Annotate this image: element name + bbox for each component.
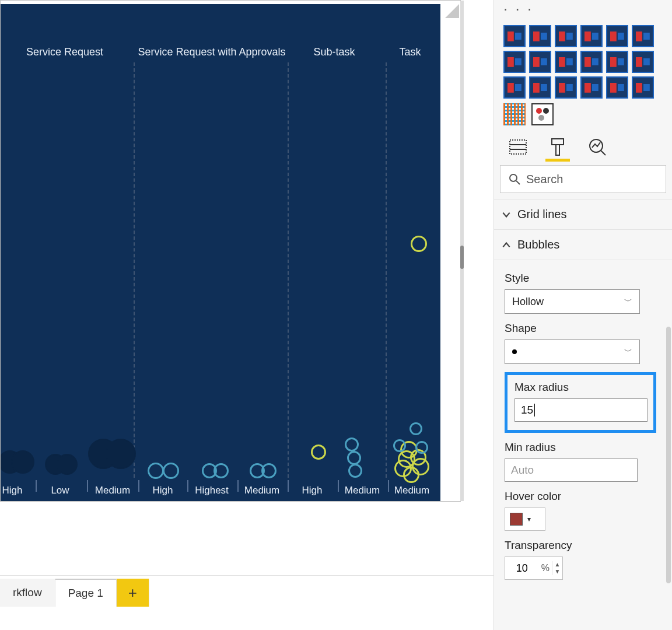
bubble-point[interactable] — [148, 463, 164, 479]
bubble-point[interactable] — [106, 439, 136, 469]
min-radius-label: Min radius — [505, 441, 662, 454]
visual-frame[interactable]: Service RequestService Request with Appr… — [0, 0, 461, 502]
resize-handle-icon[interactable] — [445, 4, 459, 18]
xaxis-separator — [388, 480, 389, 492]
xaxis-tick: Highest — [195, 485, 229, 496]
section-gridlines[interactable]: Grid lines — [494, 199, 672, 229]
max-radius-value: 15 — [521, 404, 533, 416]
viz-type-icon[interactable] — [555, 25, 577, 47]
viz-type-icon[interactable] — [606, 76, 628, 99]
column-header: Sub-task — [313, 46, 355, 58]
add-page-button[interactable]: + — [117, 579, 149, 607]
pane-tab-strip — [494, 131, 672, 157]
viz-type-icon[interactable] — [632, 51, 654, 73]
column-header: Service Request with Approvals — [138, 46, 285, 58]
chevron-down-icon — [501, 209, 512, 220]
bubble-point[interactable] — [57, 454, 78, 475]
shape-select[interactable]: ﹀ — [505, 340, 640, 364]
bubble-point[interactable] — [348, 464, 362, 478]
column-divider — [288, 62, 289, 478]
bubble-point[interactable] — [345, 438, 359, 452]
viz-type-icon[interactable] — [531, 103, 554, 125]
xaxis-separator — [87, 480, 88, 492]
xaxis-tick: Low — [51, 485, 69, 496]
analytics-tab-icon[interactable] — [587, 137, 607, 157]
hover-color-label: Hover color — [505, 490, 662, 503]
bubble-point[interactable] — [415, 441, 428, 454]
report-canvas[interactable]: Service RequestService Request with Appr… — [0, 0, 494, 630]
search-input[interactable]: Search — [500, 165, 666, 193]
chevron-down-icon: ﹀ — [624, 296, 632, 307]
viz-type-icon[interactable] — [503, 76, 526, 99]
viz-type-icon[interactable] — [503, 103, 526, 125]
svg-line-6 — [601, 150, 606, 155]
page-tab-page1[interactable]: Page 1 — [55, 579, 117, 607]
column-header: Service Request — [26, 46, 103, 58]
pane-scrollbar-thumb[interactable] — [666, 327, 671, 583]
svg-rect-4 — [556, 145, 559, 155]
viz-type-icon[interactable] — [503, 51, 526, 73]
page-tab-partial[interactable]: rkflow — [0, 579, 55, 607]
bubble-chart[interactable]: Service RequestService Request with Appr… — [1, 4, 440, 501]
page-tab-strip: rkflow Page 1 + — [0, 575, 494, 607]
min-radius-placeholder: Auto — [511, 464, 534, 477]
chevron-down-icon: ▾ — [527, 515, 531, 523]
viz-type-icon[interactable] — [632, 25, 654, 47]
viz-type-icon[interactable] — [606, 51, 628, 73]
viz-type-icon[interactable] — [555, 76, 577, 99]
max-radius-input[interactable]: 15 — [514, 398, 648, 422]
xaxis-tick: Medium — [394, 485, 429, 496]
viz-type-icon[interactable] — [632, 76, 654, 99]
viz-type-icon[interactable] — [529, 76, 551, 99]
viz-type-icon[interactable] — [529, 25, 551, 47]
search-icon — [509, 173, 520, 185]
bubble-point[interactable] — [410, 422, 422, 435]
chart-scrollbar-thumb[interactable] — [460, 246, 464, 269]
xaxis-tick: High — [2, 485, 23, 496]
viz-type-icon[interactable] — [529, 51, 551, 73]
fields-tab-icon[interactable] — [508, 137, 528, 157]
format-tab-icon[interactable] — [548, 137, 568, 157]
style-value: Hollow — [512, 296, 544, 308]
viz-type-icon[interactable] — [580, 25, 603, 47]
xaxis-separator — [288, 480, 289, 492]
min-radius-input[interactable]: Auto — [505, 459, 638, 482]
transparency-input[interactable]: 10 % ▲▼ — [505, 556, 563, 580]
bubble-point[interactable] — [411, 236, 427, 252]
svg-point-7 — [510, 174, 517, 181]
xaxis-separator — [138, 480, 139, 492]
xaxis-tick: Medium — [244, 485, 279, 496]
viz-type-icon[interactable] — [503, 25, 526, 47]
transparency-value: 10 — [505, 562, 539, 575]
bubble-point[interactable] — [393, 439, 406, 452]
bubble-point[interactable] — [11, 450, 34, 474]
shape-dot-icon — [512, 349, 517, 354]
transparency-label: Transparency — [505, 539, 662, 552]
format-pane: · · · — [494, 0, 672, 630]
xaxis-tick: High — [302, 485, 323, 496]
bubble-point[interactable] — [214, 463, 229, 478]
chevron-up-icon — [501, 240, 512, 250]
bubble-point[interactable] — [347, 451, 361, 465]
xaxis-separator — [187, 480, 188, 492]
column-divider — [134, 62, 135, 478]
visualization-gallery — [494, 22, 672, 101]
hover-color-picker[interactable]: ▾ — [505, 508, 545, 531]
style-select[interactable]: Hollow ﹀ — [505, 289, 640, 314]
spinner-arrows-icon[interactable]: ▲▼ — [552, 561, 562, 575]
chevron-down-icon: ﹀ — [624, 346, 632, 357]
bubbles-settings: Style Hollow ﹀ Shape ﹀ Max radius 15 Min… — [494, 260, 672, 590]
bubble-point[interactable] — [261, 463, 276, 478]
column-header: Task — [399, 46, 421, 58]
viz-type-icon[interactable] — [580, 76, 603, 99]
color-swatch-icon — [510, 513, 523, 526]
transparency-unit: % — [539, 563, 552, 573]
viz-type-icon[interactable] — [555, 51, 577, 73]
more-options-icon[interactable]: · · · — [494, 0, 672, 22]
section-bubbles[interactable]: Bubbles — [494, 229, 672, 260]
viz-type-icon[interactable] — [606, 25, 628, 47]
xaxis-tick: Medium — [345, 485, 380, 496]
bubble-point[interactable] — [311, 444, 326, 460]
bubble-point[interactable] — [163, 463, 179, 479]
viz-type-icon[interactable] — [580, 51, 603, 73]
